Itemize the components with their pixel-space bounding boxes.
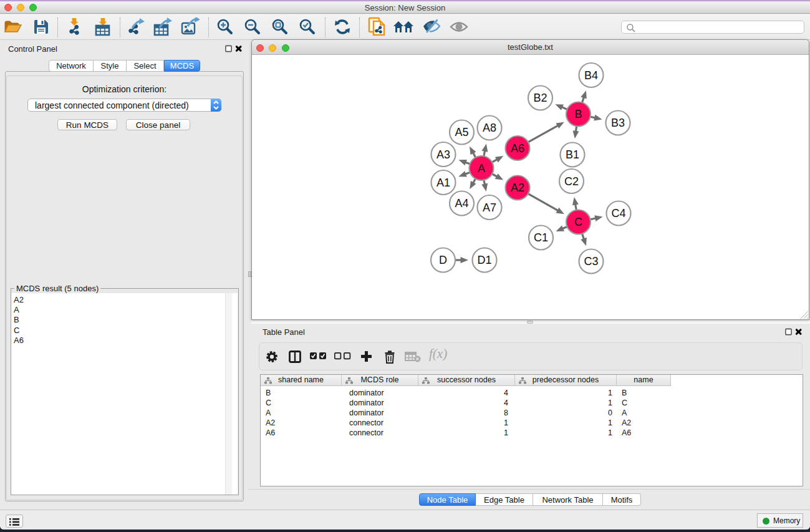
svg-text:D1: D1	[477, 254, 491, 266]
svg-text:A2: A2	[511, 181, 524, 194]
svg-text:B3: B3	[611, 117, 625, 129]
svg-text:C1: C1	[534, 231, 548, 244]
svg-text:B: B	[574, 108, 582, 120]
svg-text:A: A	[478, 162, 485, 175]
svg-text:B4: B4	[584, 69, 598, 82]
svg-text:A8: A8	[483, 122, 496, 134]
svg-text:D: D	[439, 254, 447, 266]
svg-text:A1: A1	[436, 177, 450, 189]
svg-text:A4: A4	[455, 197, 468, 210]
svg-text:A7: A7	[483, 201, 496, 214]
svg-text:B1: B1	[566, 148, 579, 161]
svg-text:C3: C3	[584, 255, 598, 268]
svg-text:B2: B2	[533, 92, 547, 104]
svg-text:C: C	[574, 216, 582, 228]
svg-text:A5: A5	[455, 126, 468, 138]
svg-text:C2: C2	[564, 175, 579, 188]
svg-text:A3: A3	[436, 148, 450, 161]
svg-text:C4: C4	[611, 207, 625, 220]
svg-text:A6: A6	[511, 142, 524, 155]
